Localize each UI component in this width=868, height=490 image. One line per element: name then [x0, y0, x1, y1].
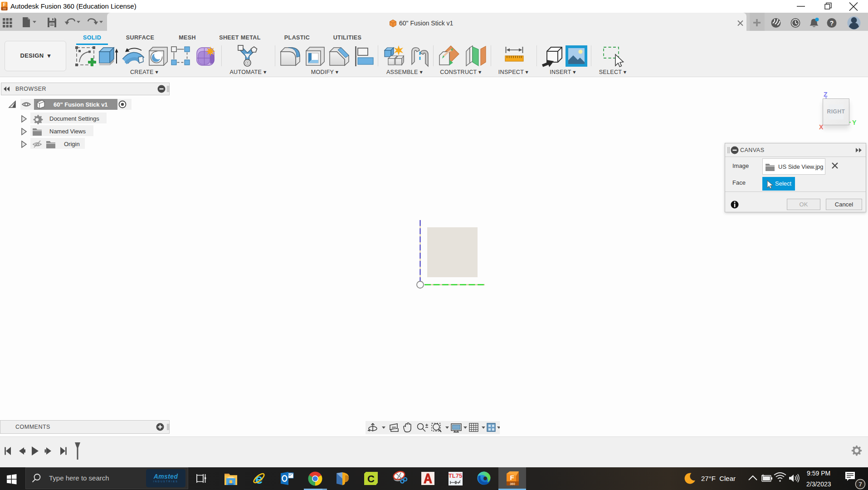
svg-text:TL75: TL75	[449, 472, 462, 479]
svg-text:C: C	[367, 473, 375, 485]
svg-text:?: ?	[830, 20, 834, 27]
svg-text:F: F	[3, 2, 6, 7]
svg-text:F: F	[510, 474, 514, 481]
svg-text:360: 360	[3, 8, 6, 10]
svg-text:360: 360	[510, 482, 515, 485]
svg-text:7: 7	[858, 481, 862, 488]
